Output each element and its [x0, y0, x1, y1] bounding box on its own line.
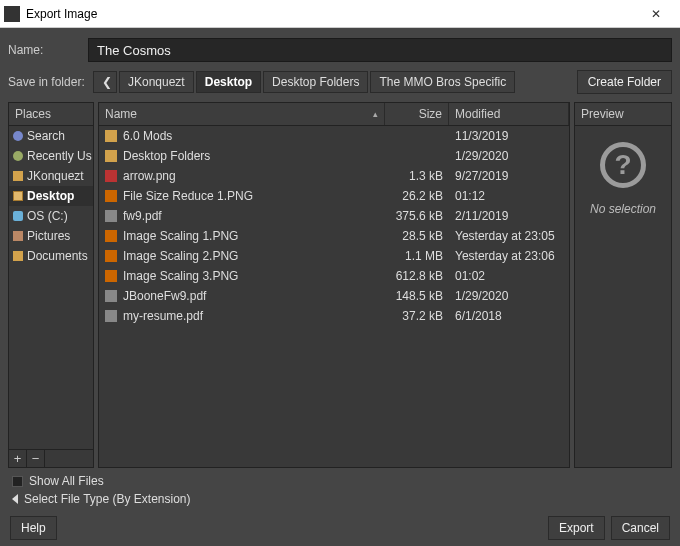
file-modified: 6/1/2018	[449, 308, 569, 324]
file-modified: 01:12	[449, 188, 569, 204]
file-size: 37.2 kB	[385, 308, 449, 324]
file-icon	[105, 230, 117, 242]
select-file-type-label: Select File Type (By Extension)	[24, 492, 191, 506]
file-row[interactable]: Desktop Folders1/29/2020	[99, 146, 569, 166]
places-add-button[interactable]: +	[9, 450, 27, 467]
file-size	[385, 135, 449, 137]
help-button[interactable]: Help	[10, 516, 57, 540]
bottom-bar: Help Export Cancel	[8, 508, 672, 540]
file-name: Image Scaling 2.PNG	[123, 249, 238, 263]
folder-icon	[13, 251, 23, 261]
file-size: 148.5 kB	[385, 288, 449, 304]
file-row[interactable]: File Size Reduce 1.PNG26.2 kB01:12	[99, 186, 569, 206]
col-modified-header[interactable]: Modified	[449, 103, 569, 125]
file-modified: 1/29/2020	[449, 148, 569, 164]
file-modified: 9/27/2019	[449, 168, 569, 184]
file-modified: Yesterday at 23:05	[449, 228, 569, 244]
file-row[interactable]: arrow.png1.3 kB9/27/2019	[99, 166, 569, 186]
places-header[interactable]: Places	[9, 103, 93, 126]
file-size: 375.6 kB	[385, 208, 449, 224]
folder-icon	[13, 171, 23, 181]
app-icon	[4, 6, 20, 22]
places-item[interactable]: Documents	[9, 246, 93, 266]
places-item-label: Pictures	[27, 229, 70, 243]
file-row[interactable]: Image Scaling 3.PNG612.8 kB01:02	[99, 266, 569, 286]
file-icon	[105, 170, 117, 182]
places-item-label: Recently Us…	[27, 149, 93, 163]
file-row[interactable]: 6.0 Mods11/3/2019	[99, 126, 569, 146]
search-icon	[13, 131, 23, 141]
folder-icon	[105, 130, 117, 142]
file-list-body[interactable]: 6.0 Mods11/3/2019Desktop Folders1/29/202…	[99, 126, 569, 467]
drive-icon	[13, 211, 23, 221]
create-folder-button[interactable]: Create Folder	[577, 70, 672, 94]
cancel-button[interactable]: Cancel	[611, 516, 670, 540]
select-file-type-expander[interactable]: Select File Type (By Extension)	[8, 490, 672, 508]
places-item[interactable]: JKonquezt	[9, 166, 93, 186]
file-modified: 1/29/2020	[449, 288, 569, 304]
clock-icon	[13, 151, 23, 161]
breadcrumb-item[interactable]: Desktop Folders	[263, 71, 368, 93]
folder-icon	[105, 150, 117, 162]
places-panel: Places SearchRecently Us…JKonqueztDeskto…	[8, 102, 94, 468]
close-button[interactable]: ✕	[636, 0, 676, 28]
show-all-files-checkbox[interactable]	[12, 476, 23, 487]
file-row[interactable]: fw9.pdf375.6 kB2/11/2019	[99, 206, 569, 226]
file-size: 26.2 kB	[385, 188, 449, 204]
places-item-label: Desktop	[27, 189, 74, 203]
breadcrumb-back[interactable]: ❮	[93, 71, 117, 93]
save-in-folder-label: Save in folder:	[8, 75, 93, 89]
file-name: JBooneFw9.pdf	[123, 289, 206, 303]
file-list-header: Name ▴ Size Modified	[99, 103, 569, 126]
file-name: Image Scaling 3.PNG	[123, 269, 238, 283]
places-item[interactable]: Desktop	[9, 186, 93, 206]
places-item-label: JKonquezt	[27, 169, 84, 183]
file-name: 6.0 Mods	[123, 129, 172, 143]
col-modified-label: Modified	[455, 107, 500, 121]
places-item[interactable]: Recently Us…	[9, 146, 93, 166]
col-name-header[interactable]: Name ▴	[99, 103, 385, 125]
file-modified: Yesterday at 23:06	[449, 248, 569, 264]
preview-panel: Preview ? No selection	[574, 102, 672, 468]
folder-open-icon	[13, 191, 23, 201]
title-bar: Export Image ✕	[0, 0, 680, 28]
file-size	[385, 155, 449, 157]
window-title: Export Image	[26, 7, 636, 21]
no-selection-label: No selection	[590, 202, 656, 216]
breadcrumb-item[interactable]: Desktop	[196, 71, 261, 93]
show-all-files-row[interactable]: Show All Files	[8, 472, 672, 490]
sort-asc-icon: ▴	[373, 109, 378, 119]
file-row[interactable]: my-resume.pdf37.2 kB6/1/2018	[99, 306, 569, 326]
file-icon	[105, 190, 117, 202]
breadcrumb-bar: ❮ JKonqueztDesktopDesktop FoldersThe MMO…	[93, 71, 571, 93]
file-modified: 01:02	[449, 268, 569, 284]
file-row[interactable]: Image Scaling 1.PNG28.5 kBYesterday at 2…	[99, 226, 569, 246]
places-item[interactable]: Pictures	[9, 226, 93, 246]
file-size: 28.5 kB	[385, 228, 449, 244]
file-size: 1.3 kB	[385, 168, 449, 184]
question-mark-icon: ?	[600, 142, 646, 188]
file-modified: 2/11/2019	[449, 208, 569, 224]
file-icon	[105, 290, 117, 302]
breadcrumb-item[interactable]: The MMO Bros Specific	[370, 71, 515, 93]
file-name: File Size Reduce 1.PNG	[123, 189, 253, 203]
file-name: Desktop Folders	[123, 149, 210, 163]
export-button[interactable]: Export	[548, 516, 605, 540]
folder-row: Save in folder: ❮ JKonqueztDesktopDeskto…	[8, 70, 672, 94]
places-item[interactable]: OS (C:)	[9, 206, 93, 226]
places-item[interactable]: Search	[9, 126, 93, 146]
file-row[interactable]: Image Scaling 2.PNG1.1 MBYesterday at 23…	[99, 246, 569, 266]
places-item-label: Search	[27, 129, 65, 143]
name-label: Name:	[8, 43, 88, 57]
name-input[interactable]	[88, 38, 672, 62]
file-icon	[105, 310, 117, 322]
col-size-header[interactable]: Size	[385, 103, 449, 125]
places-remove-button[interactable]: −	[27, 450, 45, 467]
file-name: Image Scaling 1.PNG	[123, 229, 238, 243]
places-item-label: Documents	[27, 249, 88, 263]
col-name-label: Name	[105, 107, 137, 121]
file-icon	[105, 210, 117, 222]
file-row[interactable]: JBooneFw9.pdf148.5 kB1/29/2020	[99, 286, 569, 306]
pic-icon	[13, 231, 23, 241]
breadcrumb-item[interactable]: JKonquezt	[119, 71, 194, 93]
